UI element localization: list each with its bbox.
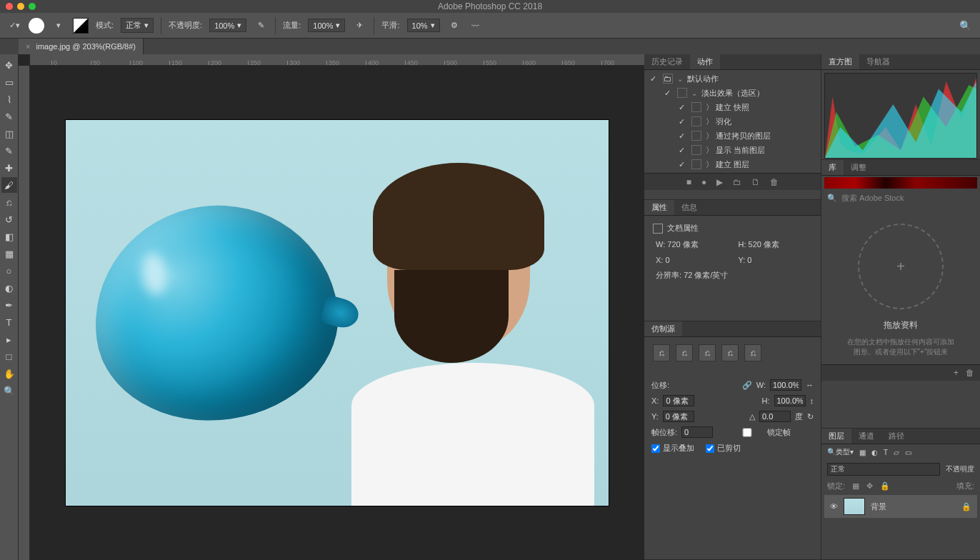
paths-tab[interactable]: 路径 [881,429,911,444]
crop-tool[interactable]: ◫ [1,126,17,141]
info-tab[interactable]: 信息 [674,200,704,215]
lock-pixels-icon[interactable]: ▦ [852,481,859,491]
clone-tool[interactable]: ⎌ [1,194,17,210]
filter-type-icon[interactable]: T [884,449,888,456]
type-tool[interactable]: T [1,314,17,330]
hand-tool[interactable]: ✋ [1,366,17,381]
delete-icon[interactable]: 🗑 [770,177,779,187]
blend-mode-dropdown[interactable]: 正常 ▾ [121,18,154,33]
brush-tool-icon[interactable]: ✓▾ [7,19,21,33]
action-item[interactable]: ✓〉 建立 快照 [647,100,818,114]
brush-preview[interactable] [29,18,44,34]
pen-tool[interactable]: ✒ [1,297,17,313]
layer-thumbnail[interactable] [844,498,865,515]
library-dropzone[interactable]: + [858,224,944,309]
quick-select-tool[interactable]: ✎ [1,109,17,124]
pressure-opacity-icon[interactable]: ✎ [254,19,268,33]
dodge-tool[interactable]: ◐ [1,280,17,296]
show-overlay-checkbox[interactable] [651,444,660,453]
action-item[interactable]: ✓🗀⌄默认动作 [647,71,818,86]
color-swatches[interactable] [824,177,977,189]
search-icon[interactable]: 🔍 [959,20,971,31]
healing-tool[interactable]: ✚ [1,160,17,176]
visibility-icon[interactable]: 👁 [830,502,838,511]
opacity-dropdown[interactable]: 100% ▾ [209,19,246,32]
blur-tool[interactable]: ○ [1,263,17,279]
stock-search-input[interactable]: 搜索 Adobe Stock [841,193,904,204]
history-brush-tool[interactable]: ↺ [1,211,17,227]
clone-preset-3[interactable]: ⎌ [699,344,716,361]
clone-preset-4[interactable]: ⎌ [721,344,739,361]
layer-row[interactable]: 👁 背景 🔒 [824,495,977,518]
actions-tab[interactable]: 动作 [690,54,720,69]
clone-w-input[interactable] [770,379,801,391]
layer-name[interactable]: 背景 [871,501,886,512]
clone-preset-2[interactable]: ⎌ [676,344,693,361]
kind-filter[interactable]: 🔍类型▾ [827,447,854,457]
brush-panel-toggle[interactable] [73,18,89,34]
blend-mode-select[interactable]: 正常 [827,463,940,476]
histogram-tab[interactable]: 直方图 [821,54,859,69]
clone-angle-input[interactable] [759,411,791,422]
close-tab-icon[interactable]: × [26,42,30,51]
history-tab[interactable]: 历史记录 [644,54,690,69]
new-action-icon[interactable]: 🗋 [751,177,760,187]
filter-shape-icon[interactable]: ▱ [894,449,899,456]
zoom-tool[interactable]: 🔍 [1,383,17,399]
play-icon[interactable]: ▶ [716,177,723,187]
smoothing-dropdown[interactable]: 10% ▾ [407,19,440,32]
channels-tab[interactable]: 通道 [851,429,881,444]
flow-dropdown[interactable]: 100% ▾ [308,19,345,32]
clone-x-input[interactable] [663,395,694,406]
lib-delete-icon[interactable]: 🗑 [966,368,974,378]
action-item[interactable]: ✓〉 通过拷贝的图层 [647,129,818,143]
clone-source-tab[interactable]: 仿制源 [644,321,682,336]
document-tab[interactable]: × image.jpg @ 203%(RGB/8#) [19,39,144,54]
new-set-icon[interactable]: 🗀 [733,177,741,187]
reset-icon[interactable]: ↻ [807,412,814,421]
lasso-tool[interactable]: ⌇ [1,91,17,107]
libraries-tab[interactable]: 库 [821,160,844,175]
stop-icon[interactable]: ■ [686,177,691,187]
shape-tool[interactable]: □ [1,349,17,364]
image-canvas[interactable] [66,120,609,506]
window-minimize[interactable] [17,3,24,10]
brush-size-dropdown[interactable]: ▾ [51,19,66,33]
brush-tool[interactable]: 🖌 [1,177,17,193]
move-tool[interactable]: ✥ [1,57,17,73]
action-item[interactable]: ✓〉 显示 当前图层 [647,143,818,157]
window-maximize[interactable] [29,3,36,10]
lock-frame-checkbox[interactable] [731,428,763,437]
flip-h-icon[interactable]: ↔ [806,381,814,389]
flip-v-icon[interactable]: ↕ [810,396,814,405]
clone-y-input[interactable] [663,411,694,422]
gradient-tool[interactable]: ▦ [1,246,17,261]
action-item[interactable]: ✓〉 建立 图层 [647,157,818,171]
action-item[interactable]: ✓⌄淡出效果（选区） [647,86,818,100]
clone-preset-5[interactable]: ⎌ [744,344,761,361]
lock-all-icon[interactable]: 🔒 [880,481,890,491]
filter-pixel-icon[interactable]: ▦ [859,449,866,456]
marquee-tool[interactable]: ▭ [1,74,17,90]
clone-preset-1[interactable]: ⎌ [653,344,670,361]
adjustments-tab[interactable]: 调整 [844,160,874,175]
lib-add-icon[interactable]: + [954,368,959,378]
record-icon[interactable]: ● [701,177,706,187]
filter-adjust-icon[interactable]: ◐ [871,449,878,456]
link-icon[interactable]: 🔗 [742,381,752,390]
clone-h-input[interactable] [774,395,806,406]
filter-smart-icon[interactable]: ▭ [905,449,911,456]
airbrush-icon[interactable]: ✈ [352,19,366,33]
action-item[interactable]: ✓〉 羽化 [647,114,818,129]
eyedropper-tool[interactable]: ✎ [1,143,17,159]
smoothing-gear-icon[interactable]: ⚙ [447,19,461,33]
clipped-checkbox[interactable] [706,444,714,453]
frame-offset-input[interactable] [681,426,713,438]
window-close[interactable] [6,3,13,10]
path-select-tool[interactable]: ▸ [1,331,17,347]
lock-position-icon[interactable]: ✥ [866,481,873,491]
navigator-tab[interactable]: 导航器 [859,54,897,69]
symmetry-icon[interactable]: 〰 [469,19,483,33]
layers-tab[interactable]: 图层 [821,429,851,444]
properties-tab[interactable]: 属性 [644,200,674,215]
